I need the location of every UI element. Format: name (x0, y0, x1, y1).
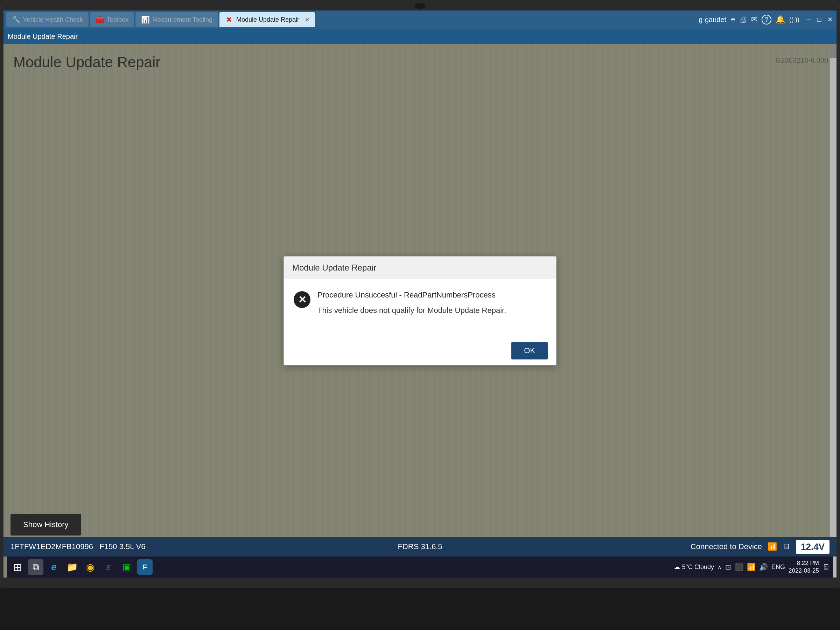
dialog-body: ✕ Procedure Unsuccesful - ReadPartNumber… (284, 279, 556, 336)
dialog-overlay: Module Update Repair ✕ Procedure Unsucce… (3, 44, 837, 578)
system-tray-screen-icon: ⬛ (735, 563, 744, 571)
tab-measurement-tooling-label: Measurement Tooling (152, 16, 212, 24)
tab-measurement-tooling[interactable]: 📊 Measurement Tooling (136, 12, 218, 27)
help-icon[interactable]: ? (762, 15, 771, 25)
cloud-icon: ☁ (674, 563, 680, 571)
taskbar-green-app-icon[interactable]: ▣ (119, 559, 134, 575)
status-fdrs-version: FDRS 31.6.5 (398, 542, 442, 551)
system-tray-speaker-icon[interactable]: 🔊 (759, 563, 768, 571)
connected-label: Connected to Device (690, 542, 762, 551)
mail-icon[interactable]: ✉ (751, 15, 757, 24)
vehicle-health-check-icon: 🔧 (12, 16, 20, 24)
error-x-symbol: ✕ (298, 294, 306, 306)
tab-module-update-repair-label: Module Update Repair (236, 16, 299, 24)
taskbar-task-view[interactable]: ⧉ (28, 559, 43, 575)
minimize-button[interactable]: ─ (805, 16, 813, 24)
taskbar-ie-icon[interactable]: e (46, 559, 62, 575)
time-display: 8:22 PM (789, 559, 819, 567)
show-history-button[interactable]: Show History (11, 514, 81, 535)
system-tray-tablet-icon: ⊡ (725, 563, 731, 571)
monitor-bezel: 🔧 Vehicle Health Check 🧰 Toolbox 📊 Measu… (0, 0, 840, 588)
weather-text: 5°C Cloudy (682, 564, 714, 571)
title-bar: 🔧 Vehicle Health Check 🧰 Toolbox 📊 Measu… (3, 11, 837, 29)
taskbar-edge-icon[interactable]: ε (101, 559, 116, 575)
username-label: g-gaudet (699, 16, 726, 24)
page-content: Module Update Repair G2303216-6.000 Modu… (3, 44, 837, 578)
status-bar: 1FTFW1ED2MFB10996 F150 3.5L V6 FDRS 31.6… (3, 537, 837, 556)
title-bar-right: g-gaudet ≡ 🖨 ✉ ? 🔔 ((·)) (699, 15, 799, 25)
notification-icon[interactable]: 🗓 (823, 562, 830, 572)
dialog-error-row: ✕ Procedure Unsuccesful - ReadPartNumber… (294, 291, 546, 315)
screen: 🔧 Vehicle Health Check 🧰 Toolbox 📊 Measu… (3, 11, 837, 578)
close-button[interactable]: ✕ (826, 16, 834, 24)
taskbar: ⊞ ⧉ e 📁 ◉ ε ▣ F ☁ 5°C Cloudy ∧ ⊡ ⬛ 📶 🔊 E… (7, 556, 833, 578)
window-controls: ─ □ ✕ (805, 16, 834, 24)
error-icon: ✕ (294, 291, 311, 308)
date-display: 2022-03-25 (789, 567, 819, 575)
taskbar-time: 8:22 PM 2022-03-25 (789, 559, 819, 575)
dialog-title: Module Update Repair (292, 263, 376, 272)
bell-icon[interactable]: 🔔 (775, 15, 785, 24)
status-vin: 1FTFW1ED2MFB10996 F150 3.5L V6 (11, 542, 145, 551)
maximize-button[interactable]: □ (815, 16, 823, 24)
toolbox-icon: 🧰 (96, 16, 104, 24)
tab-close-button[interactable]: ✕ (305, 16, 309, 23)
error-title: Procedure Unsuccesful - ReadPartNumbersP… (317, 291, 546, 300)
taskbar-start-button[interactable]: ⊞ (10, 559, 25, 575)
wifi-icon: ((·)) (789, 16, 799, 24)
taskbar-file-explorer-icon[interactable]: 📁 (65, 559, 80, 575)
error-text-block: Procedure Unsuccesful - ReadPartNumbersP… (317, 291, 546, 315)
tab-toolbox[interactable]: 🧰 Toolbox (90, 12, 134, 27)
voltage-badge: 12.4V (796, 540, 829, 554)
ok-button[interactable]: OK (512, 342, 548, 360)
printer-icon[interactable]: 🖨 (739, 15, 747, 24)
taskbar-right: ☁ 5°C Cloudy ∧ ⊡ ⬛ 📶 🔊 ENG 8:22 PM 2022-… (674, 559, 830, 575)
status-right: Connected to Device 📶 🖥 12.4V (690, 540, 829, 554)
dialog-footer: OK (284, 336, 556, 365)
tab-module-update-repair[interactable]: ✖ Module Update Repair ✕ (219, 12, 315, 27)
tab-toolbox-label: Toolbox (107, 16, 128, 24)
tab-list: 🔧 Vehicle Health Check 🧰 Toolbox 📊 Measu… (6, 12, 699, 27)
language-label: ENG (771, 564, 785, 571)
dialog-title-bar: Module Update Repair (284, 257, 556, 279)
tab-vehicle-health-check-label: Vehicle Health Check (23, 16, 83, 24)
tab-vehicle-health-check[interactable]: 🔧 Vehicle Health Check (6, 12, 88, 27)
dialog: Module Update Repair ✕ Procedure Unsucce… (284, 256, 556, 365)
taskbar-fdrs-icon[interactable]: F (137, 559, 153, 575)
signal-icon: 📶 (767, 542, 777, 551)
app-bar: Module Update Repair (3, 29, 837, 44)
app-bar-label: Module Update Repair (8, 33, 78, 41)
webcam (415, 3, 425, 9)
taskbar-chrome-icon[interactable]: ◉ (83, 559, 98, 575)
device-icon: 🖥 (783, 542, 790, 551)
module-update-repair-icon: ✖ (225, 16, 234, 24)
system-tray-chevron[interactable]: ∧ (717, 564, 722, 570)
system-tray-network-icon: 📶 (747, 563, 756, 571)
weather-info: ☁ 5°C Cloudy (674, 563, 714, 571)
measurement-tooling-icon: 📊 (141, 16, 150, 24)
error-message: This vehicle does not qualify for Module… (317, 306, 546, 315)
hamburger-icon[interactable]: ≡ (731, 15, 735, 24)
